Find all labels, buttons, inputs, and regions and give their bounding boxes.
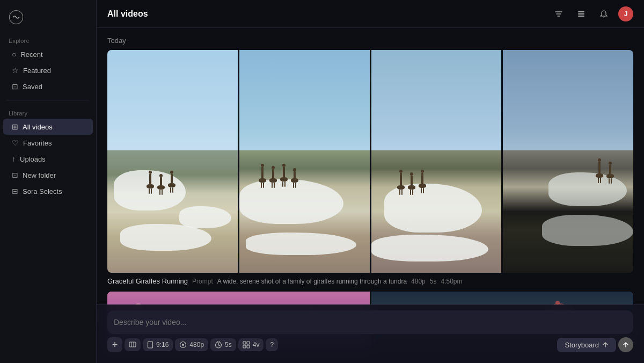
sidebar-item-label: Saved — [23, 83, 42, 91]
storyboard-label: Storyboard — [565, 341, 599, 349]
svg-rect-4 — [578, 11, 584, 12]
video-prompt-input[interactable] — [114, 318, 627, 326]
bottom-input-bar: + 9:16 480p — [97, 304, 644, 363]
video-thumb-3[interactable] — [371, 50, 502, 273]
variant-button[interactable]: 4v — [238, 338, 264, 351]
library-section-label: Library — [0, 106, 96, 119]
video-thumb-2[interactable] — [239, 50, 370, 273]
svg-rect-6 — [578, 16, 584, 17]
video-info-bar: Graceful Giraffes Running Prompt A wide,… — [107, 277, 633, 285]
duration-badge: 5s — [430, 278, 437, 285]
sidebar-item-label: Sora Selects — [23, 187, 62, 195]
svg-rect-20 — [243, 345, 246, 348]
sidebar-item-sora-selects[interactable]: ⊟ Sora Selects — [3, 183, 93, 199]
featured-icon: ☆ — [12, 66, 19, 75]
filter-button[interactable] — [551, 6, 567, 22]
svg-line-15 — [218, 345, 220, 346]
notifications-button[interactable] — [596, 6, 612, 22]
storyboard-button[interactable]: Storyboard — [557, 338, 616, 352]
time-badge: 4:50pm — [441, 278, 462, 285]
sidebar-item-favorites[interactable]: ♡ Favorites — [3, 135, 93, 151]
aspect-ratio-button[interactable]: 9:16 — [143, 338, 173, 351]
video-title: Graceful Giraffes Running — [107, 277, 188, 285]
sidebar-item-recent[interactable]: ○ Recent — [3, 46, 93, 62]
input-tools: + 9:16 480p — [107, 334, 633, 355]
uploads-icon: ↑ — [12, 155, 16, 163]
svg-rect-5 — [578, 13, 584, 14]
main-content: All videos — [97, 0, 644, 363]
avatar[interactable]: J — [618, 6, 633, 21]
list-view-button[interactable] — [573, 6, 589, 22]
svg-rect-19 — [247, 342, 250, 344]
sidebar-divider — [6, 100, 90, 100]
all-videos-icon: ⊞ — [12, 122, 18, 131]
sidebar-item-label: Uploads — [20, 155, 46, 163]
resolution-value: 480p — [189, 341, 204, 349]
svg-rect-10 — [148, 342, 153, 348]
svg-rect-18 — [243, 342, 246, 344]
recent-icon: ○ — [12, 50, 16, 59]
input-container — [107, 310, 633, 334]
new-folder-icon: ⊡ — [12, 171, 18, 179]
video-strip-row1[interactable] — [107, 50, 633, 273]
sidebar-item-label: All videos — [23, 123, 53, 131]
saved-icon: ⊡ — [12, 82, 18, 91]
header: All videos — [97, 0, 644, 28]
sidebar: Explore ○ Recent ☆ Featured ⊡ Saved Libr… — [0, 0, 97, 363]
page-title: All videos — [107, 9, 148, 19]
sidebar-item-label: New folder — [23, 171, 56, 179]
resolution-button[interactable]: 480p — [175, 338, 208, 351]
svg-rect-7 — [129, 342, 136, 347]
video-thumb-4[interactable] — [503, 50, 633, 273]
sidebar-item-label: Featured — [23, 67, 51, 75]
variant-value: 4v — [253, 341, 260, 349]
app-logo[interactable] — [0, 6, 96, 33]
sidebar-item-label: Recent — [20, 50, 42, 59]
help-button[interactable]: ? — [266, 338, 278, 351]
resolution-badge: 480p — [411, 278, 426, 285]
sidebar-item-all-videos[interactable]: ⊞ All videos — [3, 119, 93, 135]
sidebar-item-uploads[interactable]: ↑ Uploads — [3, 151, 93, 167]
sidebar-item-featured[interactable]: ☆ Featured — [3, 62, 93, 78]
sidebar-item-new-folder[interactable]: ⊡ New folder — [3, 167, 93, 183]
header-actions: J — [551, 6, 633, 22]
explore-section-label: Explore — [0, 33, 96, 46]
duration-button[interactable]: 5s — [210, 338, 236, 351]
section-date: Today — [107, 37, 633, 45]
prompt-text: A wide, serene shot of a family of giraf… — [217, 278, 407, 285]
svg-rect-21 — [247, 345, 250, 348]
storyboard-tool[interactable] — [125, 338, 141, 351]
video-thumb-1[interactable] — [107, 50, 238, 273]
prompt-label: Prompt — [192, 278, 213, 285]
sidebar-item-saved[interactable]: ⊡ Saved — [3, 78, 93, 95]
duration-value: 5s — [225, 341, 232, 349]
sidebar-item-label: Favorites — [23, 139, 52, 147]
submit-button[interactable] — [618, 337, 633, 352]
aspect-ratio-value: 9:16 — [156, 341, 169, 349]
svg-point-12 — [182, 344, 184, 346]
sora-selects-icon: ⊟ — [12, 187, 18, 195]
add-button[interactable]: + — [107, 337, 122, 352]
favorites-icon: ♡ — [12, 139, 19, 147]
